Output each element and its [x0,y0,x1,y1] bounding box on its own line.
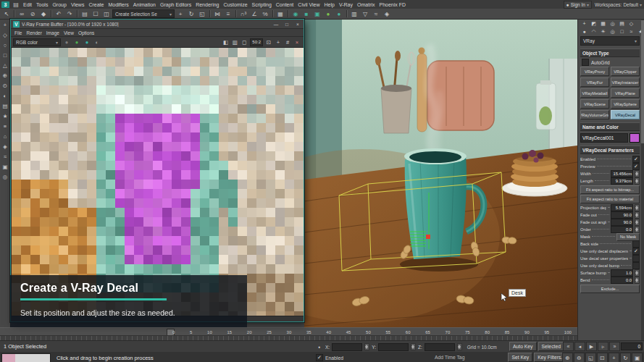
render-iterative-icon[interactable]: ● [334,9,344,18]
left-tool-icon[interactable]: ▤ [1,101,9,111]
left-tool-icon[interactable]: + [1,20,9,30]
enabled-checkbox[interactable]: ✓ [316,354,323,361]
stop-render-icon[interactable]: × [293,38,301,46]
helpers-category-icon[interactable]: □ [618,28,626,35]
stamp-icon[interactable]: # [283,38,292,46]
render-setup-icon[interactable]: ■ [301,9,311,18]
menu-item[interactable]: Tools [34,2,50,7]
left-tool-icon[interactable]: ⊕ [1,71,9,80]
progressive-icon[interactable]: ● [72,38,81,46]
next-frame-icon[interactable]: ▹ [598,342,609,351]
object-color-swatch[interactable] [630,133,640,143]
auto-key-button[interactable]: Auto Key [509,342,537,351]
unlink-icon[interactable]: ⊘ [28,9,38,18]
track-mouse-icon[interactable]: + [274,38,283,46]
object-button-vraysphere[interactable]: VRaySphere [611,99,640,109]
create-tab-icon[interactable]: + [580,20,588,28]
param-checkbox[interactable] [632,240,640,248]
x-spinner[interactable] [364,343,369,350]
selection-region-icon[interactable]: ☐ [91,9,101,18]
motion-tab-icon[interactable]: ◎ [609,20,616,28]
object-button-vrayproxy[interactable]: VRayProxy [580,67,609,76]
param-button[interactable]: Fit aspect ratio to material [580,195,640,203]
go-to-end-icon[interactable]: » [609,342,620,351]
zoom-extents-icon[interactable]: ◱ [585,353,596,362]
y-coordinate-field[interactable] [378,343,409,351]
param-value[interactable]: 90.0 [611,219,633,226]
redo-icon[interactable]: ↷ [64,9,75,18]
object-button-vraydecal[interactable]: VRayDecal [611,110,640,119]
region-render-icon[interactable]: ⊡ [264,38,273,46]
undo-icon[interactable]: ↶ [54,9,64,18]
menu-item[interactable]: Phoenix FD [377,2,409,7]
spacewarps-category-icon[interactable]: ≈ [627,28,635,35]
x-coordinate-field[interactable] [332,343,362,351]
left-tool-icon[interactable]: ◈ [1,142,9,151]
menu-item[interactable]: Scripting [250,2,274,7]
listener-macro-pane[interactable] [2,354,15,362]
left-tool-icon[interactable]: □ [1,51,9,60]
orbit-icon[interactable]: ↻ [620,353,631,362]
menu-item[interactable]: Group [50,2,68,7]
left-tool-icon[interactable]: ≡ [1,122,9,131]
vfb-channel-dropdown[interactable]: RGB color ▾ [13,38,61,46]
object-button-vrayclipper[interactable]: VRayClipper [611,67,640,76]
file-menu-icon[interactable]: ▤ [11,0,21,9]
menu-item[interactable]: Rendering [193,2,221,7]
left-tool-icon[interactable]: ◐ [1,91,9,101]
cameras-category-icon[interactable]: ◎ [609,28,616,35]
param-spinner[interactable] [635,269,640,277]
object-button-vrayplane[interactable]: VRayPlane [611,88,640,98]
save-image-icon[interactable]: ◧ [221,38,230,46]
lock-selection-icon[interactable]: ▪ [316,342,323,351]
name-color-rollout-header[interactable]: Name and Color [580,122,640,131]
param-spinner[interactable] [635,177,640,185]
window-crossing-icon[interactable]: ◫ [101,9,112,18]
param-spinner[interactable] [635,211,640,219]
snap-toggle-icon[interactable]: ∩³ [238,9,248,18]
param-spinner[interactable] [635,226,640,233]
param-checkbox[interactable] [632,262,640,269]
param-value[interactable]: 90.0 [611,211,633,219]
mirror-icon[interactable]: ⋈ [212,9,222,18]
param-button[interactable]: Fit aspect ratio to bitmap... [580,185,640,194]
left-tool-icon[interactable]: ▣ [1,162,9,172]
object-name-field[interactable]: VRayDecal001 [580,133,628,143]
object-category-dropdown[interactable]: VRay ▾ [580,36,640,46]
menu-item[interactable]: V-Ray [337,2,355,7]
load-image-icon[interactable]: ▥ [230,38,239,46]
y-spinner[interactable] [411,343,416,350]
menu-item[interactable]: Edit [21,2,34,7]
maxscript-mini-listener[interactable] [1,353,51,362]
menu-item[interactable]: Customize [221,2,249,7]
vfb-title-bar[interactable]: V V-Ray Frame Buffer - [100.0% of 1920 x… [11,20,304,29]
select-by-name-icon[interactable]: ▤ [80,9,90,18]
viewport-scene[interactable] [304,19,577,327]
left-tool-icon[interactable]: ⌂ [1,132,9,141]
object-button-vrayscene[interactable]: VRayScene [580,99,609,109]
decal-params-rollout-header[interactable]: VRayDecal Parameters [580,146,640,154]
scale-icon[interactable]: ◱ [197,9,207,18]
object-button-vraymetaball[interactable]: VRayMetaball [580,88,609,98]
menu-item[interactable]: Create [86,2,106,7]
vfb-menu-item[interactable]: Options [76,30,96,35]
param-value[interactable]: 5.594cm [611,204,633,211]
clear-image-icon[interactable]: ◻ [240,38,248,46]
param-value[interactable]: 0.0 [611,226,633,233]
bind-to-space-warp-icon[interactable]: ◆ [38,9,49,18]
menu-item[interactable]: Civil View [296,2,322,7]
window-button-icon[interactable]: — [272,21,280,28]
menu-item[interactable]: Omatrix [355,2,377,7]
angle-snap-icon[interactable]: ∠ [249,9,259,18]
menu-item[interactable]: Content [274,2,296,7]
modify-tab-icon[interactable]: ◩ [590,20,598,28]
half-res-icon[interactable]: ● [62,38,71,46]
render-production-icon[interactable]: ● [323,9,333,18]
sign-in-button[interactable]: ● Sign In ▾ [564,1,592,9]
param-value[interactable]: 1.0 [611,269,633,277]
menu-item[interactable]: Animation [131,2,158,7]
zoom-icon[interactable]: ⊕ [562,353,573,362]
set-key-button[interactable]: Set Key [508,353,532,362]
scrollbar-thumb[interactable] [641,20,644,143]
param-checkbox[interactable] [632,255,640,262]
